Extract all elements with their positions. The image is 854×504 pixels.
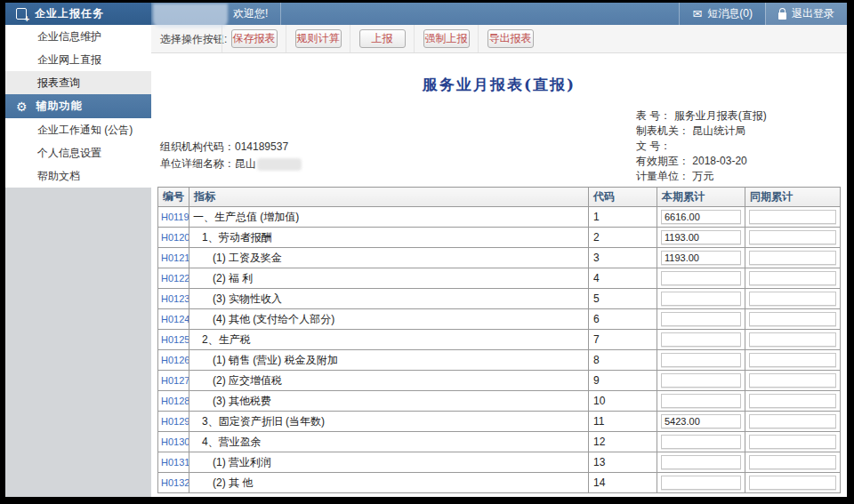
row-seq: 13 — [589, 452, 657, 473]
row-seq: 4 — [589, 268, 657, 289]
same-period-input[interactable] — [749, 373, 836, 388]
sidebar-section-header-report-tasks[interactable]: 企业上报任务 — [5, 3, 151, 25]
same-period-input[interactable] — [749, 210, 836, 224]
sidebar-item-帮助文档[interactable]: 帮助文档 — [5, 164, 151, 188]
row-code-link[interactable]: H0121 — [158, 248, 189, 268]
sidebar-item-个人信息设置[interactable]: 个人信息设置 — [5, 141, 151, 164]
row-code-link[interactable]: H0131 — [158, 452, 189, 473]
same-period-input[interactable] — [749, 455, 836, 469]
row-indicator: 1、劳动者报酬 — [189, 228, 589, 248]
table-row: H0119一、生产总值 (增加值)1 — [158, 207, 841, 228]
row-indicator: (1) 工资及奖金 — [189, 248, 589, 268]
row-seq: 12 — [589, 432, 657, 452]
row-indicator: 4、营业盈余 — [189, 432, 589, 452]
same-period-input[interactable] — [749, 332, 836, 347]
row-code-link[interactable]: H0119 — [158, 207, 189, 228]
current-period-input[interactable] — [661, 373, 741, 388]
table-row: H0123(3) 实物性收入5 — [158, 289, 841, 309]
row-seq: 3 — [589, 248, 657, 268]
row-code-link[interactable]: H0120 — [158, 228, 189, 248]
report-table: 编号指标代码本期累计同期累计 H0119一、生产总值 (增加值)1H01201、… — [157, 187, 841, 493]
same-period-input[interactable] — [749, 271, 836, 285]
same-period-input[interactable] — [749, 292, 836, 306]
same-period-input[interactable] — [749, 353, 836, 367]
toolbar-button-导出报表[interactable]: 导出报表 — [487, 29, 534, 48]
row-code-link[interactable]: H0132 — [158, 473, 189, 493]
current-period-input[interactable] — [661, 251, 741, 265]
row-indicator: (3) 其他税费 — [189, 391, 589, 412]
org-name-value: 昆山 — [235, 156, 256, 172]
current-period-input[interactable] — [661, 394, 741, 408]
table-row: H01252、生产税7 — [158, 330, 841, 350]
row-indicator: 一、生产总值 (增加值) — [189, 207, 589, 228]
sidebar: 企业信息维护企业网上直报报表查询 ⚙ 辅助功能 企业工作通知 (公告)个人信息设… — [5, 25, 151, 497]
current-period-input[interactable] — [661, 353, 741, 367]
row-code-link[interactable]: H0129 — [158, 412, 189, 432]
meta-label: 表 号： — [636, 109, 674, 122]
toolbar-button-保存报表[interactable]: 保存报表 — [231, 29, 278, 48]
row-seq: 11 — [589, 412, 657, 432]
logout-button[interactable]: 退出登录 — [765, 3, 847, 25]
report-meta-left: 组织机构代码： 014189537 单位详细名称： 昆山 — [160, 139, 302, 172]
row-code-link[interactable]: H0123 — [158, 289, 189, 309]
row-indicator: (1) 销售 (营业) 税金及附加 — [189, 350, 589, 371]
sidebar-item-企业工作通知 (公告)[interactable]: 企业工作通知 (公告) — [5, 118, 151, 141]
row-indicator: (2) 福 利 — [189, 268, 589, 289]
table-row: H0126(1) 销售 (营业) 税金及附加8 — [158, 350, 841, 371]
same-period-input[interactable] — [749, 476, 836, 490]
current-period-input[interactable] — [661, 455, 741, 469]
table-row: H01304、营业盈余12 — [158, 432, 841, 452]
table-row: H01293、固定资产折旧 (当年数)11 — [158, 412, 841, 432]
meta-row: 表 号： 服务业月报表(直报) — [636, 108, 767, 124]
meta-row: 文 号： — [636, 139, 767, 154]
row-indicator: (2) 其 他 — [189, 473, 589, 493]
table-header-row: 编号指标代码本期累计同期累计 — [158, 188, 841, 207]
meta-row: 计量单位： 万元 — [636, 169, 767, 184]
row-seq: 1 — [589, 207, 657, 228]
toolbar-button-规则计算[interactable]: 规则计算 — [295, 29, 342, 48]
current-period-input[interactable] — [661, 435, 741, 449]
sidebar-item-企业网上直报[interactable]: 企业网上直报 — [5, 48, 151, 71]
row-code-link[interactable]: H0127 — [158, 371, 189, 391]
current-period-input[interactable] — [661, 230, 741, 244]
same-period-input[interactable] — [749, 230, 836, 244]
same-period-input[interactable] — [749, 312, 836, 326]
row-code-link[interactable]: H0128 — [158, 391, 189, 412]
report-meta-right: 表 号： 服务业月报表(直报)制表机关： 昆山统计局文 号： 有效期至： 201… — [636, 108, 767, 184]
current-period-input[interactable] — [661, 210, 741, 224]
current-period-input[interactable] — [661, 292, 741, 306]
row-code-link[interactable]: H0122 — [158, 268, 189, 289]
sidebar-item-企业信息维护[interactable]: 企业信息维护 — [5, 25, 151, 48]
row-indicator: (2) 应交增值税 — [189, 371, 589, 391]
same-period-input[interactable] — [749, 414, 836, 428]
same-period-input[interactable] — [749, 435, 836, 449]
current-period-input[interactable] — [661, 312, 741, 326]
sidebar-section-header-aux[interactable]: ⚙ 辅助功能 — [5, 94, 151, 118]
row-code-link[interactable]: H0130 — [158, 432, 189, 452]
same-period-input[interactable] — [749, 394, 836, 408]
meta-value: 2018-03-20 — [692, 155, 746, 167]
row-code-link[interactable]: H0126 — [158, 350, 189, 371]
meta-label: 计量单位： — [636, 170, 692, 182]
row-code-link[interactable]: H0125 — [158, 330, 189, 350]
meta-value: 万元 — [692, 170, 713, 182]
meta-label: 有效期至： — [636, 155, 692, 167]
meta-row: 制表机关： 昆山统计局 — [636, 124, 767, 139]
table-row: H0127(2) 应交增值税9 — [158, 371, 841, 391]
row-code-link[interactable]: H0124 — [158, 309, 189, 330]
org-name-label: 单位详细名称： — [160, 156, 235, 172]
current-period-input[interactable] — [661, 476, 741, 490]
toolbar-button-强制上报[interactable]: 强制上报 — [423, 29, 470, 48]
sidebar-item-报表查询[interactable]: 报表查询 — [5, 71, 151, 94]
messages-button[interactable]: ✉ 短消息(0) — [679, 3, 765, 25]
current-period-input[interactable] — [661, 414, 741, 428]
current-period-input[interactable] — [661, 332, 741, 347]
section-title: 企业上报任务 — [35, 6, 104, 21]
new-report-icon — [16, 8, 27, 20]
messages-label: 短消息(0) — [707, 6, 753, 21]
meta-label: 制表机关： — [636, 124, 692, 137]
same-period-input[interactable] — [749, 251, 836, 265]
row-indicator: 3、固定资产折旧 (当年数) — [189, 412, 589, 432]
current-period-input[interactable] — [661, 271, 741, 285]
toolbar-button-上报[interactable]: 上报 — [359, 29, 406, 48]
